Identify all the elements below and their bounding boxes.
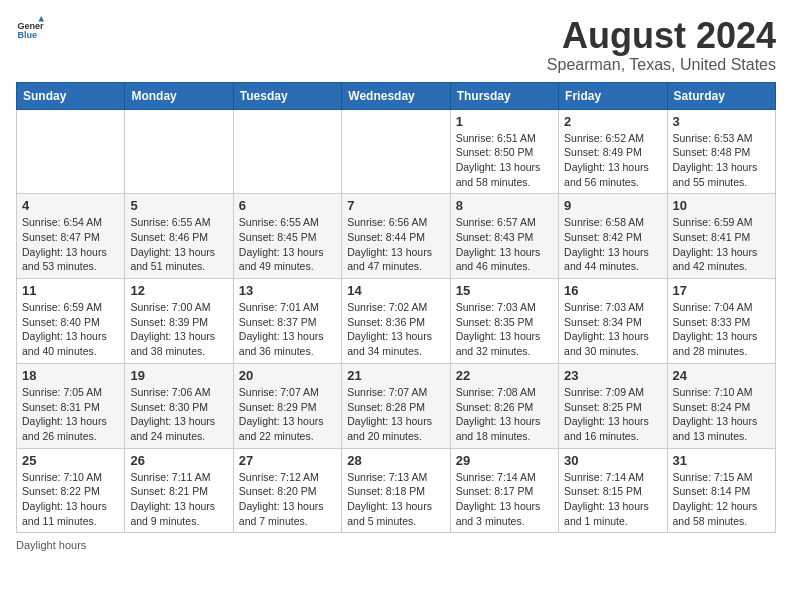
calendar-cell: 14Sunrise: 7:02 AM Sunset: 8:36 PM Dayli… — [342, 279, 450, 364]
calendar-cell: 24Sunrise: 7:10 AM Sunset: 8:24 PM Dayli… — [667, 363, 775, 448]
calendar-cell: 11Sunrise: 6:59 AM Sunset: 8:40 PM Dayli… — [17, 279, 125, 364]
day-number: 4 — [22, 198, 119, 213]
day-info: Sunrise: 7:06 AM Sunset: 8:30 PM Dayligh… — [130, 385, 227, 444]
calendar-cell: 10Sunrise: 6:59 AM Sunset: 8:41 PM Dayli… — [667, 194, 775, 279]
day-info: Sunrise: 7:05 AM Sunset: 8:31 PM Dayligh… — [22, 385, 119, 444]
calendar-cell: 6Sunrise: 6:55 AM Sunset: 8:45 PM Daylig… — [233, 194, 341, 279]
title-area: August 2024 Spearman, Texas, United Stat… — [547, 16, 776, 74]
day-number: 18 — [22, 368, 119, 383]
calendar-cell: 5Sunrise: 6:55 AM Sunset: 8:46 PM Daylig… — [125, 194, 233, 279]
day-number: 14 — [347, 283, 444, 298]
svg-text:General: General — [17, 21, 44, 31]
calendar-cell: 13Sunrise: 7:01 AM Sunset: 8:37 PM Dayli… — [233, 279, 341, 364]
calendar-day-header: Saturday — [667, 82, 775, 109]
logo-icon: General Blue — [16, 16, 44, 44]
day-info: Sunrise: 7:09 AM Sunset: 8:25 PM Dayligh… — [564, 385, 661, 444]
day-info: Sunrise: 7:07 AM Sunset: 8:29 PM Dayligh… — [239, 385, 336, 444]
calendar-cell: 4Sunrise: 6:54 AM Sunset: 8:47 PM Daylig… — [17, 194, 125, 279]
calendar-cell: 16Sunrise: 7:03 AM Sunset: 8:34 PM Dayli… — [559, 279, 667, 364]
day-info: Sunrise: 7:15 AM Sunset: 8:14 PM Dayligh… — [673, 470, 770, 529]
calendar-header-row: SundayMondayTuesdayWednesdayThursdayFrid… — [17, 82, 776, 109]
calendar-cell: 1Sunrise: 6:51 AM Sunset: 8:50 PM Daylig… — [450, 109, 558, 194]
day-info: Sunrise: 7:03 AM Sunset: 8:34 PM Dayligh… — [564, 300, 661, 359]
calendar-day-header: Sunday — [17, 82, 125, 109]
day-number: 8 — [456, 198, 553, 213]
calendar-day-header: Monday — [125, 82, 233, 109]
calendar-cell: 12Sunrise: 7:00 AM Sunset: 8:39 PM Dayli… — [125, 279, 233, 364]
svg-marker-2 — [38, 16, 44, 22]
calendar-cell: 26Sunrise: 7:11 AM Sunset: 8:21 PM Dayli… — [125, 448, 233, 533]
calendar-cell: 29Sunrise: 7:14 AM Sunset: 8:17 PM Dayli… — [450, 448, 558, 533]
calendar-week-row: 4Sunrise: 6:54 AM Sunset: 8:47 PM Daylig… — [17, 194, 776, 279]
day-info: Sunrise: 6:55 AM Sunset: 8:45 PM Dayligh… — [239, 215, 336, 274]
day-info: Sunrise: 7:10 AM Sunset: 8:22 PM Dayligh… — [22, 470, 119, 529]
day-number: 19 — [130, 368, 227, 383]
calendar-cell: 7Sunrise: 6:56 AM Sunset: 8:44 PM Daylig… — [342, 194, 450, 279]
day-number: 2 — [564, 114, 661, 129]
calendar-cell — [17, 109, 125, 194]
day-info: Sunrise: 7:07 AM Sunset: 8:28 PM Dayligh… — [347, 385, 444, 444]
day-info: Sunrise: 6:52 AM Sunset: 8:49 PM Dayligh… — [564, 131, 661, 190]
day-info: Sunrise: 6:59 AM Sunset: 8:40 PM Dayligh… — [22, 300, 119, 359]
calendar-cell: 9Sunrise: 6:58 AM Sunset: 8:42 PM Daylig… — [559, 194, 667, 279]
calendar-cell: 28Sunrise: 7:13 AM Sunset: 8:18 PM Dayli… — [342, 448, 450, 533]
day-info: Sunrise: 6:55 AM Sunset: 8:46 PM Dayligh… — [130, 215, 227, 274]
day-number: 10 — [673, 198, 770, 213]
header: General Blue August 2024 Spearman, Texas… — [16, 16, 776, 74]
day-info: Sunrise: 7:03 AM Sunset: 8:35 PM Dayligh… — [456, 300, 553, 359]
day-info: Sunrise: 7:00 AM Sunset: 8:39 PM Dayligh… — [130, 300, 227, 359]
calendar-cell: 19Sunrise: 7:06 AM Sunset: 8:30 PM Dayli… — [125, 363, 233, 448]
day-number: 22 — [456, 368, 553, 383]
calendar-week-row: 11Sunrise: 6:59 AM Sunset: 8:40 PM Dayli… — [17, 279, 776, 364]
day-number: 23 — [564, 368, 661, 383]
calendar-cell: 18Sunrise: 7:05 AM Sunset: 8:31 PM Dayli… — [17, 363, 125, 448]
calendar-cell: 20Sunrise: 7:07 AM Sunset: 8:29 PM Dayli… — [233, 363, 341, 448]
day-number: 3 — [673, 114, 770, 129]
calendar-body: 1Sunrise: 6:51 AM Sunset: 8:50 PM Daylig… — [17, 109, 776, 533]
calendar-cell — [233, 109, 341, 194]
day-info: Sunrise: 7:12 AM Sunset: 8:20 PM Dayligh… — [239, 470, 336, 529]
day-number: 27 — [239, 453, 336, 468]
day-number: 25 — [22, 453, 119, 468]
footer: Daylight hours — [16, 539, 776, 551]
day-info: Sunrise: 6:58 AM Sunset: 8:42 PM Dayligh… — [564, 215, 661, 274]
day-number: 31 — [673, 453, 770, 468]
calendar-day-header: Friday — [559, 82, 667, 109]
day-number: 28 — [347, 453, 444, 468]
day-info: Sunrise: 7:02 AM Sunset: 8:36 PM Dayligh… — [347, 300, 444, 359]
calendar-week-row: 18Sunrise: 7:05 AM Sunset: 8:31 PM Dayli… — [17, 363, 776, 448]
day-number: 26 — [130, 453, 227, 468]
calendar-cell: 8Sunrise: 6:57 AM Sunset: 8:43 PM Daylig… — [450, 194, 558, 279]
day-info: Sunrise: 7:14 AM Sunset: 8:17 PM Dayligh… — [456, 470, 553, 529]
calendar-cell — [125, 109, 233, 194]
day-number: 11 — [22, 283, 119, 298]
calendar-cell: 31Sunrise: 7:15 AM Sunset: 8:14 PM Dayli… — [667, 448, 775, 533]
calendar-table: SundayMondayTuesdayWednesdayThursdayFrid… — [16, 82, 776, 534]
calendar-cell: 25Sunrise: 7:10 AM Sunset: 8:22 PM Dayli… — [17, 448, 125, 533]
day-info: Sunrise: 6:56 AM Sunset: 8:44 PM Dayligh… — [347, 215, 444, 274]
day-number: 9 — [564, 198, 661, 213]
day-number: 24 — [673, 368, 770, 383]
calendar-week-row: 25Sunrise: 7:10 AM Sunset: 8:22 PM Dayli… — [17, 448, 776, 533]
day-number: 7 — [347, 198, 444, 213]
day-info: Sunrise: 7:14 AM Sunset: 8:15 PM Dayligh… — [564, 470, 661, 529]
calendar-day-header: Wednesday — [342, 82, 450, 109]
main-title: August 2024 — [547, 16, 776, 56]
day-info: Sunrise: 7:13 AM Sunset: 8:18 PM Dayligh… — [347, 470, 444, 529]
day-number: 16 — [564, 283, 661, 298]
day-number: 12 — [130, 283, 227, 298]
calendar-cell: 15Sunrise: 7:03 AM Sunset: 8:35 PM Dayli… — [450, 279, 558, 364]
calendar-cell: 17Sunrise: 7:04 AM Sunset: 8:33 PM Dayli… — [667, 279, 775, 364]
calendar-day-header: Thursday — [450, 82, 558, 109]
day-info: Sunrise: 7:04 AM Sunset: 8:33 PM Dayligh… — [673, 300, 770, 359]
calendar-cell: 27Sunrise: 7:12 AM Sunset: 8:20 PM Dayli… — [233, 448, 341, 533]
calendar-cell: 23Sunrise: 7:09 AM Sunset: 8:25 PM Dayli… — [559, 363, 667, 448]
day-info: Sunrise: 7:08 AM Sunset: 8:26 PM Dayligh… — [456, 385, 553, 444]
calendar-cell: 21Sunrise: 7:07 AM Sunset: 8:28 PM Dayli… — [342, 363, 450, 448]
day-number: 5 — [130, 198, 227, 213]
day-info: Sunrise: 7:11 AM Sunset: 8:21 PM Dayligh… — [130, 470, 227, 529]
day-number: 17 — [673, 283, 770, 298]
calendar-cell: 2Sunrise: 6:52 AM Sunset: 8:49 PM Daylig… — [559, 109, 667, 194]
calendar-cell: 30Sunrise: 7:14 AM Sunset: 8:15 PM Dayli… — [559, 448, 667, 533]
day-info: Sunrise: 7:01 AM Sunset: 8:37 PM Dayligh… — [239, 300, 336, 359]
